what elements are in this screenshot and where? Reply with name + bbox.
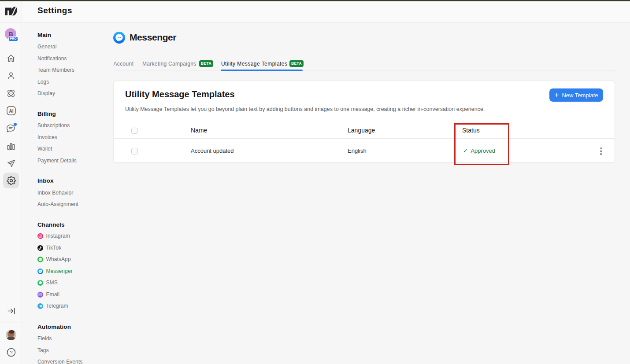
svg-text:?: ? xyxy=(10,350,12,355)
svg-text:AI: AI xyxy=(9,109,13,114)
